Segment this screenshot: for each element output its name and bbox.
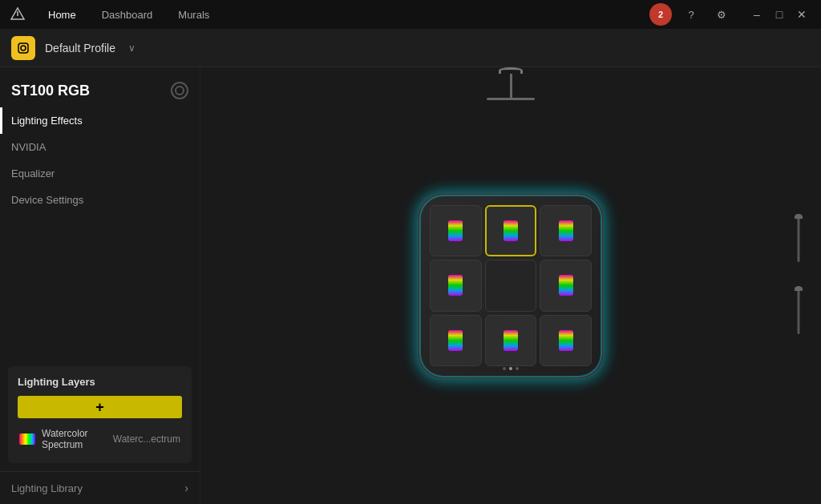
sidebar-footer[interactable]: Lighting Library › bbox=[0, 471, 200, 504]
hub-cell-2[interactable] bbox=[485, 205, 537, 257]
close-button[interactable]: ✕ bbox=[792, 5, 811, 24]
device-name: ST100 RGB bbox=[11, 83, 90, 99]
led-strip-2 bbox=[504, 220, 518, 241]
layer-name: Watercolor Spectrum bbox=[42, 428, 107, 450]
window-controls: – □ ✕ bbox=[747, 5, 811, 24]
headphone-stand-right bbox=[792, 214, 805, 334]
stand-pole-icon bbox=[510, 74, 512, 98]
sidebar-footer-chevron-icon: › bbox=[184, 482, 188, 494]
nav-home[interactable]: Home bbox=[35, 4, 89, 26]
sidebar-item-device-settings[interactable]: Device Settings bbox=[0, 187, 200, 213]
titlebar-right: 2 ? ⚙ – □ ✕ bbox=[649, 3, 811, 26]
led-strip-9 bbox=[559, 330, 573, 351]
layers-panel-title: Lighting Layers bbox=[18, 376, 182, 388]
content-area bbox=[200, 67, 821, 504]
profile-icon bbox=[11, 36, 35, 60]
led-strip-7 bbox=[448, 330, 463, 351]
hub-cell-1[interactable] bbox=[430, 205, 482, 257]
hub-cell-3[interactable] bbox=[540, 205, 592, 257]
hub-cell-4[interactable] bbox=[430, 260, 482, 312]
titlebar-left: Home Dashboard Murals bbox=[10, 4, 222, 26]
hub-cell-8[interactable] bbox=[485, 315, 537, 367]
corsair-logo-icon bbox=[10, 6, 26, 22]
led-strip-8 bbox=[504, 330, 518, 351]
sidebar-device: ST100 RGB bbox=[0, 67, 200, 107]
stand-base-icon bbox=[487, 98, 535, 100]
led-strip-1 bbox=[448, 220, 463, 241]
layer-spectrum-icon bbox=[19, 433, 35, 445]
hub-bottom-dots bbox=[503, 367, 519, 370]
profile-icon-svg bbox=[16, 41, 30, 55]
nav-dashboard[interactable]: Dashboard bbox=[89, 4, 166, 26]
stand-icon-top bbox=[792, 214, 805, 262]
svg-rect-2 bbox=[18, 43, 28, 53]
settings-button[interactable]: ⚙ bbox=[710, 3, 733, 26]
led-strip-4 bbox=[448, 275, 463, 296]
minimize-button[interactable]: – bbox=[747, 5, 766, 24]
device-power-button[interactable] bbox=[171, 82, 188, 99]
sidebar: ST100 RGB Lighting Effects NVIDIA Equali… bbox=[0, 67, 200, 504]
sidebar-item-nvidia[interactable]: NVIDIA bbox=[0, 134, 200, 160]
maximize-button[interactable]: □ bbox=[770, 5, 789, 24]
notification-button[interactable]: 2 bbox=[649, 3, 672, 26]
hub-device bbox=[419, 194, 603, 378]
led-strip-3 bbox=[559, 220, 573, 241]
layers-panel: Lighting Layers + Watercolor Spectrum Wa… bbox=[8, 366, 192, 463]
profile-name[interactable]: Default Profile bbox=[45, 42, 115, 54]
hub-cell-5[interactable] bbox=[485, 260, 537, 312]
sidebar-item-equalizer[interactable]: Equalizer bbox=[0, 160, 200, 187]
titlebar: Home Dashboard Murals 2 ? ⚙ – □ ✕ bbox=[0, 0, 821, 29]
main-layout: ST100 RGB Lighting Effects NVIDIA Equali… bbox=[0, 67, 821, 504]
hub-cell-6[interactable] bbox=[540, 260, 592, 312]
titlebar-nav: Home Dashboard Murals bbox=[35, 4, 222, 26]
hub-dot-1 bbox=[503, 367, 506, 370]
stand-icon-bottom bbox=[792, 286, 805, 334]
hub-grid bbox=[419, 194, 603, 378]
add-layer-button[interactable]: + bbox=[18, 396, 182, 418]
layer-item[interactable]: Watercolor Spectrum Waterc...ectrum bbox=[18, 425, 182, 454]
hub-cell-9[interactable] bbox=[540, 315, 592, 367]
sidebar-item-lighting-effects[interactable]: Lighting Effects bbox=[0, 107, 200, 134]
profilebar: Default Profile ∨ bbox=[0, 29, 821, 67]
hub-dot-3 bbox=[516, 367, 519, 370]
stand-top-visual bbox=[487, 67, 535, 100]
lighting-library-label: Lighting Library bbox=[11, 482, 83, 494]
help-button[interactable]: ? bbox=[680, 3, 702, 26]
profile-chevron-icon: ∨ bbox=[128, 42, 135, 54]
sidebar-menu: Lighting Effects NVIDIA Equalizer Device… bbox=[0, 107, 200, 358]
hub-dot-2 bbox=[509, 367, 512, 370]
headphone-stand-top bbox=[487, 67, 535, 100]
layer-type: Waterc...ectrum bbox=[113, 433, 180, 445]
svg-point-3 bbox=[21, 46, 26, 50]
led-strip-6 bbox=[559, 275, 573, 296]
hub-cell-7[interactable] bbox=[430, 315, 482, 367]
nav-murals[interactable]: Murals bbox=[165, 4, 222, 26]
stand-head-icon bbox=[499, 67, 523, 74]
